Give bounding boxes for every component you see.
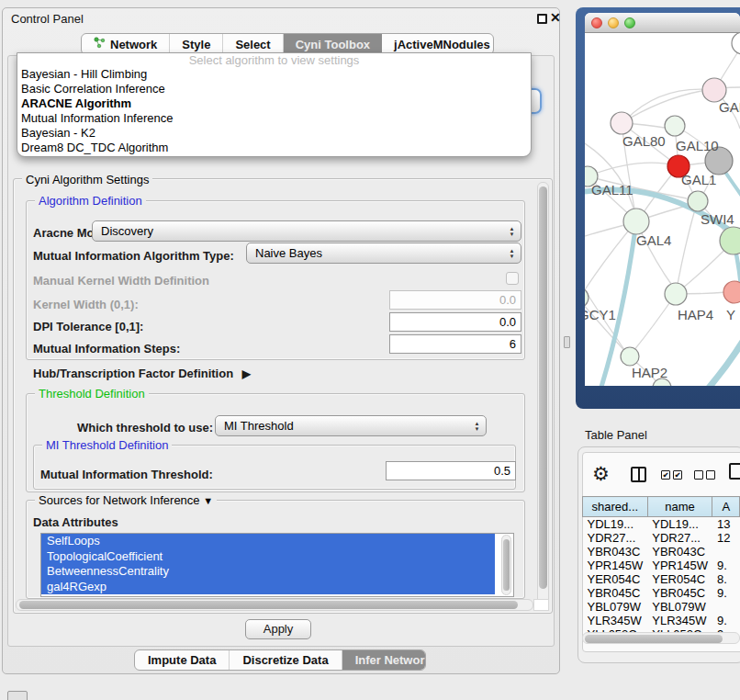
close-icon[interactable]: ✕ xyxy=(550,10,561,25)
node-label: GAL80 xyxy=(622,133,666,149)
table-row[interactable]: YBR045CYBR045C9. xyxy=(583,586,740,600)
aracne-mode-value: Discovery xyxy=(93,224,506,238)
mi-threshold-group-title: MI Threshold Definition xyxy=(42,438,172,452)
close-traffic-light[interactable] xyxy=(591,17,602,28)
dpi-tolerance-label: DPI Tolerance [0,1]: xyxy=(33,320,143,333)
tab-jactivemnodules-label: jActiveMNodules xyxy=(394,38,490,51)
apply-button[interactable]: Apply xyxy=(245,619,311,639)
manual-kernel-width-label: Manual Kernel Width Definition xyxy=(33,274,209,288)
tab-cyni-toolbox[interactable]: Cyni Toolbox xyxy=(284,34,382,54)
column-header-partial[interactable]: A xyxy=(712,497,740,517)
which-threshold-value: MI Threshold xyxy=(216,419,471,433)
hub-definition-toggle[interactable]: Hub/Transcription Factor Definition ▶ xyxy=(33,367,251,380)
network-canvas[interactable]: GAL GAL80 GAL10 GAL1 GAL11 SWI4 GAL4 GCY… xyxy=(585,33,740,386)
menu-item[interactable]: Bayesian - K2 xyxy=(17,126,531,141)
tab-infer-network[interactable]: Infer Network xyxy=(342,650,426,670)
list-item[interactable]: SelfLoops xyxy=(41,534,495,549)
gear-icon[interactable]: ⚙ xyxy=(592,463,610,485)
minimized-panel-icon[interactable] xyxy=(7,691,28,700)
table-row[interactable]: YBR043CYBR043C xyxy=(583,545,740,559)
menu-item[interactable]: Mutual Information Inference xyxy=(17,111,531,126)
scrollbar-corner xyxy=(533,599,549,611)
network-icon xyxy=(94,37,106,51)
list-item[interactable]: BetweennessCentrality xyxy=(41,564,495,580)
collapse-triangle-icon: ▼ xyxy=(203,495,213,506)
list-item[interactable]: TopologicalCoefficient xyxy=(41,549,495,565)
tab-infer-network-label: Infer Network xyxy=(355,653,426,667)
node-label: GAL4 xyxy=(636,232,671,248)
spinner-arrows-icon: ▲▼ xyxy=(471,421,486,432)
expand-triangle-icon: ▶ xyxy=(237,367,251,380)
dpi-tolerance-field[interactable]: 0.0 xyxy=(389,312,521,332)
mi-steps-field[interactable]: 6 xyxy=(389,334,521,354)
table-row[interactable]: YPR145WYPR145W9. xyxy=(583,559,740,572)
kernel-width-field[interactable]: 0.0 xyxy=(389,290,521,310)
float-window-icon[interactable] xyxy=(537,14,547,24)
cyni-bottom-tabbar: Impute Data Discretize Data Infer Networ… xyxy=(134,649,426,671)
mi-threshold-field[interactable]: 0.5 xyxy=(386,461,516,480)
kernel-width-label: Kernel Width (0,1): xyxy=(33,298,139,311)
table-row[interactable]: YDR27...YDR27...12 xyxy=(583,531,740,545)
table-row[interactable]: YLR345WYLR345W9. xyxy=(583,614,740,627)
split-pane-divider-handle[interactable] xyxy=(564,336,570,348)
menu-item-selected[interactable]: ARACNE Algorithm xyxy=(17,96,531,111)
algorithm-dropdown-popup: Select algorithm to view settings Bayesi… xyxy=(17,52,532,157)
column-header-name[interactable]: name xyxy=(647,497,712,517)
which-threshold-combobox[interactable]: MI Threshold ▲▼ xyxy=(215,415,487,436)
node-label: HAP2 xyxy=(632,365,667,380)
settings-vertical-scrollbar[interactable] xyxy=(537,182,549,608)
cyni-algorithm-settings-title: Cyni Algorithm Settings xyxy=(22,173,152,186)
menu-item[interactable]: Basic Correlation Inference xyxy=(17,82,531,96)
table-header-row: shared... name A xyxy=(583,497,740,517)
zoom-traffic-light[interactable] xyxy=(624,17,635,28)
deselect-all-columns-icon[interactable] xyxy=(694,470,715,480)
tab-network[interactable]: Network xyxy=(82,34,170,54)
minimize-traffic-light[interactable] xyxy=(608,17,619,28)
tab-discretize-data[interactable]: Discretize Data xyxy=(230,650,342,670)
node-label: GAL10 xyxy=(676,138,719,153)
network-window[interactable]: GAL GAL80 GAL10 GAL1 GAL11 SWI4 GAL4 GCY… xyxy=(585,13,740,386)
menu-item[interactable]: Bayesian - Hill Climbing xyxy=(17,67,531,82)
tab-select[interactable]: Select xyxy=(223,34,283,54)
network-window-titlebar[interactable] xyxy=(585,13,740,33)
column-header-shared-name[interactable]: shared... xyxy=(583,497,648,517)
application-window: Control Panel ✕ Network Style Select Cyn… xyxy=(0,0,740,700)
mi-algorithm-type-combobox[interactable]: Naive Bayes ▲▼ xyxy=(246,243,521,264)
node-table[interactable]: shared... name A YDL19...YDL19...13 YDR2… xyxy=(582,496,740,641)
export-table-icon[interactable] xyxy=(729,463,740,480)
table-horizontal-scrollbar[interactable] xyxy=(582,632,740,644)
manual-kernel-width-checkbox[interactable] xyxy=(506,272,519,285)
mi-algorithm-type-label: Mutual Information Algorithm Type: xyxy=(33,249,234,263)
column-layout-icon[interactable] xyxy=(631,467,646,482)
menu-item[interactable]: Dream8 DC_TDC Algorithm xyxy=(17,141,531,155)
spinner-arrows-icon: ▲▼ xyxy=(506,226,521,237)
node-label: GAL11 xyxy=(591,182,633,198)
tab-style[interactable]: Style xyxy=(170,34,223,54)
node-label: Y xyxy=(726,307,735,322)
checked-box-icon: ✔ xyxy=(673,470,682,480)
hub-definition-label: Hub/Transcription Factor Definition xyxy=(33,367,233,380)
table-row[interactable]: YBL079WYBL079W xyxy=(583,600,740,614)
list-item[interactable]: gal4RGexp xyxy=(41,580,495,595)
tab-jactivemnodules[interactable]: jActiveMNodules xyxy=(382,34,494,54)
sources-group-title[interactable]: Sources for Network Inference ▼ xyxy=(35,493,217,507)
tab-cyni-toolbox-label: Cyni Toolbox xyxy=(296,38,370,51)
mi-steps-label: Mutual Information Steps: xyxy=(33,342,180,356)
aracne-mode-combobox[interactable]: Discovery ▲▼ xyxy=(92,220,521,242)
settings-horizontal-scrollbar[interactable] xyxy=(16,599,533,611)
tab-impute-data[interactable]: Impute Data xyxy=(135,650,230,670)
popup-placeholder: Select algorithm to view settings xyxy=(17,53,531,67)
algorithm-definition-title: Algorithm Definition xyxy=(35,194,146,208)
node-label: GCY1 xyxy=(585,307,616,322)
attributes-list-scrollbar[interactable] xyxy=(501,535,511,595)
node-label: HAP4 xyxy=(678,307,713,322)
data-attributes-list[interactable]: SelfLoops TopologicalCoefficient Between… xyxy=(40,533,514,597)
table-row[interactable]: YDL19...YDL19...13 xyxy=(583,517,740,532)
control-panel-title: Control Panel xyxy=(11,12,84,26)
unchecked-box-icon xyxy=(694,470,703,480)
tab-impute-data-label: Impute Data xyxy=(148,653,216,667)
node-label: GAL xyxy=(719,99,740,115)
select-all-columns-icon[interactable]: ✔ ✔ xyxy=(661,470,682,480)
table-row[interactable]: YER054CYER054C8. xyxy=(583,572,740,586)
mi-algorithm-type-value: Naive Bayes xyxy=(247,246,506,260)
